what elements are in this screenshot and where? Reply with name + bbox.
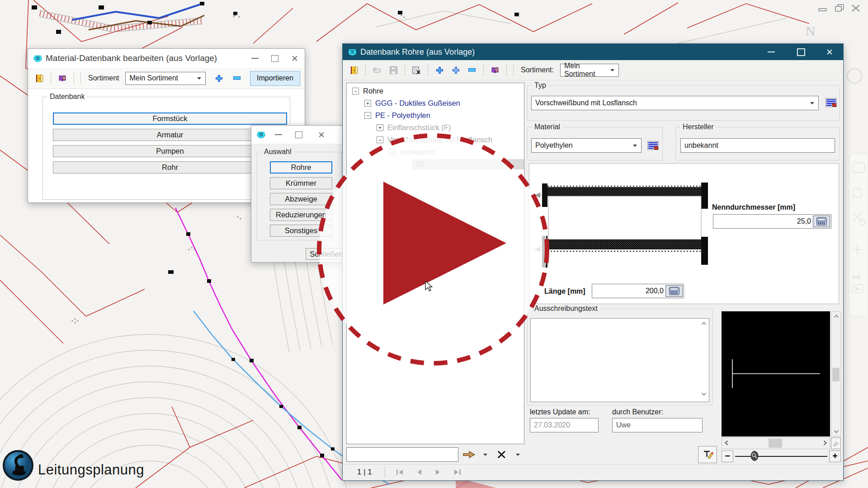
tree-collapse-icon[interactable]: − [352, 88, 359, 94]
db-button-rohre[interactable]: Rohre [270, 161, 332, 174]
typ-dropdown[interactable]: Vorschweißbund mit Losflansch [531, 96, 819, 110]
zoom-out-button[interactable]: − [722, 450, 733, 462]
material-db-title: Material-Datenbank bearbeiten (aus Vorla… [46, 53, 217, 63]
tree-item-label[interactable]: Rohre [363, 87, 383, 95]
nav-last-icon[interactable] [450, 465, 464, 479]
tree-item-label[interactable]: unbekannt [400, 148, 434, 156]
calculator-icon[interactable] [665, 285, 683, 297]
export-table-icon[interactable] [410, 63, 423, 77]
tree-row[interactable]: 25 [347, 158, 524, 170]
symbol-vscrollbar[interactable] [831, 311, 841, 436]
symbol-preview-panel [722, 311, 830, 436]
nav-prev-icon[interactable] [412, 465, 426, 479]
auswahl-titlebar[interactable]: ✕ [251, 126, 347, 144]
symbol-hscrollbar[interactable] [722, 437, 830, 449]
text-edit-button[interactable] [698, 446, 717, 463]
goto-arrow-icon[interactable] [462, 448, 476, 461]
import-button[interactable]: Importieren [250, 71, 300, 86]
maximize-button[interactable] [265, 49, 285, 68]
caret-down-icon[interactable] [478, 448, 492, 461]
db-button-formstück[interactable]: Formstück [53, 113, 287, 125]
material-dropdown[interactable]: Polyethylen [531, 138, 642, 153]
nav-next-icon[interactable] [431, 465, 445, 479]
tree-collapse-icon[interactable]: − [389, 149, 396, 155]
app-restore-icon[interactable] [834, 4, 845, 13]
tree-row[interactable]: −unbekannt [347, 146, 524, 158]
tree-row[interactable]: +Einflanschstück (F) [347, 122, 524, 134]
sortiment-dropdown[interactable]: Mein Sortiment [125, 72, 206, 85]
tree-expand-icon[interactable]: + [377, 124, 383, 131]
db-button-krümmer[interactable]: Krümmer [270, 177, 332, 189]
paint-corner-icon[interactable] [831, 437, 841, 449]
tree-item-label[interactable]: Vorschweißbund mit Losflansch [387, 136, 492, 144]
calculator-icon[interactable] [813, 216, 830, 227]
auswahl-group-label: Auswahl [262, 148, 293, 156]
minimize-button[interactable] [270, 126, 287, 144]
add-alt-icon[interactable] [449, 63, 462, 77]
update-date-input[interactable]: 27.03.2020 [530, 418, 599, 432]
toolbar-separator [365, 64, 366, 76]
remove-icon[interactable] [230, 71, 244, 85]
scroll-up-icon[interactable] [834, 314, 839, 318]
app-minimize-icon[interactable] [817, 4, 829, 13]
db-button-sonstiges[interactable]: Sonstiges [270, 225, 332, 237]
close-button[interactable]: ✕ [311, 126, 332, 144]
scroll-up-icon[interactable] [701, 322, 707, 325]
maximize-button[interactable] [287, 126, 311, 144]
maximize-button[interactable] [786, 44, 816, 60]
hersteller-input[interactable]: unbekannt [680, 138, 835, 153]
delete-x-icon[interactable] [495, 448, 508, 461]
tree-row[interactable]: −Rohre [347, 85, 524, 97]
tree-expand-icon[interactable]: + [364, 100, 371, 107]
zoom-in-button[interactable]: + [829, 450, 841, 462]
tree-row[interactable]: −Vorschweißbund mit Losflansch [347, 134, 524, 146]
exit-door-icon[interactable] [347, 63, 361, 77]
add-icon[interactable] [212, 71, 226, 85]
exit-door-icon[interactable] [33, 71, 46, 85]
material-list-select-icon[interactable] [644, 136, 661, 155]
benutzer-input[interactable]: Uwe [612, 418, 703, 432]
rohre-db-titlebar[interactable]: Datenbank Rohre (aus Vorlage) ✕ [343, 44, 843, 60]
tree-item-label[interactable]: PE - Polyethylen [375, 111, 430, 120]
scroll-down-icon[interactable] [834, 430, 839, 433]
save-icon[interactable] [387, 63, 400, 77]
tree-collapse-icon[interactable]: − [364, 112, 371, 119]
zoom-slider-knob[interactable] [750, 451, 759, 461]
minimize-button[interactable] [756, 44, 786, 60]
tree-collapse-icon[interactable]: − [377, 136, 383, 143]
close-button[interactable]: ✕ [816, 44, 843, 60]
help-book-icon[interactable] [488, 63, 502, 77]
scroll-left-icon[interactable] [725, 440, 728, 446]
db-button-abzweige[interactable]: Abzweige [270, 193, 332, 205]
sortiment-dropdown[interactable]: Mein Sortiment [560, 64, 619, 77]
typ-list-select-icon[interactable] [822, 94, 840, 112]
app-close-icon[interactable] [850, 4, 862, 13]
minimize-button[interactable] [245, 49, 265, 68]
tree-row[interactable]: +GGG - Duktiles Gußeisen [347, 97, 524, 109]
scroll-down-icon[interactable] [701, 392, 707, 396]
material-tree[interactable]: −Rohre+GGG - Duktiles Gußeisen−PE - Poly… [346, 83, 524, 444]
material-db-titlebar[interactable]: Material-Datenbank bearbeiten (aus Vorla… [28, 49, 305, 68]
nav-first-icon[interactable] [393, 465, 407, 479]
schliessen-button[interactable]: Schließen [306, 248, 347, 260]
tree-item-label[interactable]: GGG - Duktiles Gußeisen [375, 99, 460, 108]
add-icon[interactable] [433, 63, 446, 77]
ausschreibung-textarea[interactable] [530, 318, 709, 402]
caret-down-icon[interactable] [511, 448, 524, 461]
tree-item-label[interactable]: 25 [412, 159, 524, 169]
laenge-input[interactable]: 200,0 [592, 284, 684, 298]
search-input[interactable] [346, 447, 458, 462]
chevron-down-icon [810, 102, 815, 105]
undo-icon[interactable] [370, 63, 384, 77]
app-pig-icon [33, 55, 42, 62]
zoom-slider-track[interactable] [735, 456, 827, 457]
tree-item-label[interactable]: Einflanschstück (F) [387, 123, 451, 132]
db-button-reduzierungen[interactable]: Reduzierungen [270, 209, 332, 221]
remove-icon[interactable] [465, 63, 479, 77]
benutzer-label: durch Benutzer: [612, 408, 663, 416]
nenndurchmesser-input[interactable]: 25,0 [713, 214, 831, 229]
tree-row[interactable]: −PE - Polyethylen [347, 109, 524, 122]
help-book-icon[interactable] [56, 71, 69, 85]
scroll-right-icon[interactable] [823, 440, 827, 446]
close-button[interactable]: ✕ [285, 49, 305, 68]
